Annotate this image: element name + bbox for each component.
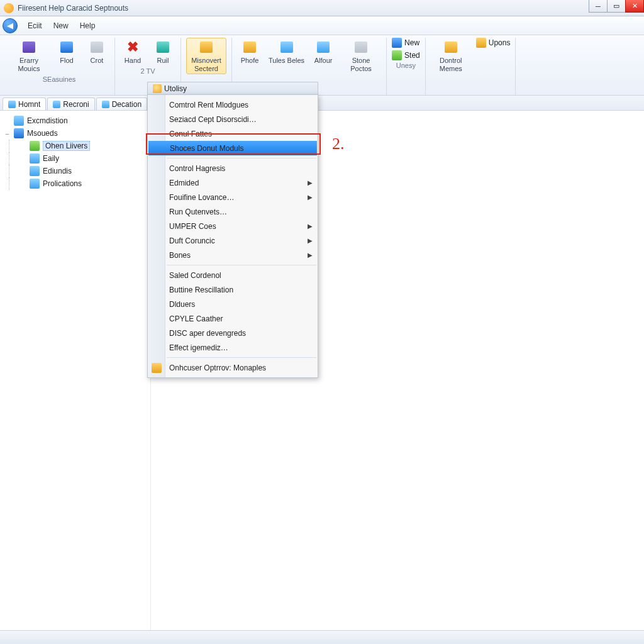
app-icon — [4, 3, 14, 13]
menu-item[interactable]: Dlduers — [148, 297, 318, 311]
menu-item-label: Run Qutenvets… — [169, 208, 227, 216]
tab-recroni[interactable]: Recroni — [47, 97, 94, 110]
menu-item[interactable]: Conul Fattes — [148, 126, 318, 141]
tab-decation[interactable]: Decation — [96, 97, 147, 110]
tree-ohen-livers[interactable]: Ohen Liivers — [9, 140, 148, 152]
tree-msoueds[interactable]: –Msoueds — [3, 127, 148, 140]
menu-item[interactable]: Edmided▶ — [148, 175, 318, 190]
ribbon-group-label: SEasuines — [9, 75, 109, 84]
upons-link[interactable]: Upons — [476, 38, 511, 48]
menu-item[interactable]: Onhcuser Optrrov: Monaples — [148, 360, 318, 375]
crot-button[interactable]: Crot — [84, 38, 109, 66]
menu-item-label: Dlduers — [169, 300, 195, 309]
alfour-button[interactable]: Alfour — [311, 38, 336, 66]
tab-decation-icon — [102, 101, 109, 108]
erarry-mouics-button-icon — [20, 39, 38, 55]
menu-edit[interactable]: Eciit — [26, 19, 43, 32]
menu-item[interactable]: Comtrol Rent Mlodgues — [148, 97, 318, 112]
flod-button[interactable]: Flod — [54, 38, 79, 66]
menu-item[interactable]: CPYLE Caather — [148, 311, 318, 326]
dropdown-header: Utolisy — [147, 82, 318, 94]
close-button[interactable]: ✕ — [625, 0, 644, 13]
tree-ohen-livers-icon — [30, 141, 40, 151]
tree-ediundis[interactable]: Ediundis — [9, 165, 148, 177]
flod-button-icon — [58, 39, 75, 55]
misnovert-secterd-button-icon — [197, 39, 215, 55]
ribbon-group: Erarry MouicsFlodCrotSEasuines — [4, 38, 115, 95]
menu-item-label: Saled Cordenol — [169, 271, 221, 280]
hand-button-label: Hand — [125, 57, 141, 65]
work-area: Excmdistion–MsouedsOhen LiiversEailyEdiu… — [0, 111, 644, 630]
navigation-tree: Excmdistion–MsouedsOhen LiiversEailyEdiu… — [0, 111, 151, 630]
tree-msoueds-icon — [14, 128, 24, 138]
menu-item[interactable]: Saled Cordenol — [148, 268, 318, 282]
ribbon-group-label — [237, 75, 381, 77]
window-controls: ─ ▭ ✕ — [589, 0, 644, 13]
menu-item[interactable]: Control Hagresis — [148, 161, 318, 175]
new-link-icon — [392, 38, 402, 48]
hand-button[interactable]: ✖Hand — [120, 38, 145, 66]
menu-item[interactable]: Fouifine Lovance…▶ — [148, 190, 318, 204]
tree-expander-icon[interactable]: – — [4, 130, 11, 137]
menu-item-label: Effect igemediz… — [169, 343, 228, 352]
status-bar — [0, 630, 644, 644]
menu-item-label: Edmided — [169, 179, 199, 187]
crot-button-icon — [88, 39, 106, 55]
minimize-button[interactable]: ─ — [589, 0, 608, 13]
phofe-button[interactable]: Phofe — [237, 38, 262, 66]
ribbon-group-label — [186, 75, 226, 77]
tree-excmdistion[interactable]: Excmdistion — [3, 114, 148, 127]
misnovert-secterd-button[interactable]: Misnovert Secterd — [186, 38, 226, 74]
sted-link[interactable]: Sted — [392, 50, 420, 60]
sted-link-label: Sted — [404, 51, 420, 60]
tules-beles-button[interactable]: Tules Beles — [267, 38, 306, 66]
hand-button-icon: ✖ — [124, 39, 142, 55]
ribbon-group-label — [431, 75, 511, 77]
submenu-arrow-icon: ▶ — [308, 252, 313, 258]
tree-eaily[interactable]: Eaily — [9, 152, 148, 165]
ruil-button[interactable]: Ruil — [150, 38, 175, 66]
menubar: ◀ Eciit New Help — [0, 16, 644, 35]
stone-poctos-button[interactable]: Stone Poctos — [341, 38, 381, 74]
menu-item-icon — [152, 363, 162, 373]
tab-homnt[interactable]: Homnt — [3, 97, 46, 110]
annotation-number: 2. — [332, 135, 345, 153]
phofe-button-icon — [241, 39, 258, 55]
menu-item[interactable]: Run Qutenvets… — [148, 204, 318, 219]
tules-beles-button-icon — [278, 39, 296, 55]
dontrol-memes-button[interactable]: Dontrol Memes — [431, 38, 471, 74]
menu-separator — [167, 265, 316, 265]
ribbon-group-label: Unesy — [392, 62, 420, 70]
menu-item-label: Buttine Rescillation — [169, 286, 233, 294]
crot-button-label: Crot — [91, 57, 104, 65]
menu-item[interactable]: UMPER Coes▶ — [148, 219, 318, 233]
back-button[interactable]: ◀ — [3, 18, 18, 33]
tree-excmdistion-icon — [14, 116, 24, 126]
menu-separator — [167, 158, 316, 158]
tree-ediundis-icon — [30, 166, 40, 176]
ribbon-group: Dontrol MemesUpons — [426, 38, 516, 95]
submenu-arrow-icon: ▶ — [308, 179, 313, 186]
menu-item-label: Control Hagresis — [169, 164, 225, 173]
menu-new[interactable]: New — [52, 19, 70, 32]
menu-item[interactable]: Bones▶ — [148, 248, 318, 262]
menu-item[interactable]: Buttine Rescillation — [148, 282, 318, 297]
submenu-arrow-icon: ▶ — [308, 194, 313, 201]
menu-item-label: Conul Fattes — [169, 130, 212, 138]
new-link-label: New — [404, 38, 419, 47]
menu-item[interactable]: Shoces Donut Moduls — [148, 141, 317, 155]
menu-help[interactable]: Help — [79, 19, 97, 32]
maximize-button[interactable]: ▭ — [607, 0, 626, 13]
menu-item[interactable]: Seziacd Cept Disorscidi… — [148, 112, 318, 126]
sted-link-icon — [392, 50, 402, 60]
menu-item[interactable]: Effect igemediz… — [148, 340, 318, 355]
menu-item[interactable]: DISC aper devengreds — [148, 326, 318, 340]
misnovert-secterd-button-label: Misnovert Secterd — [187, 57, 225, 73]
titlebar: Fiiresent Help Caracid Septnouts ─ ▭ ✕ — [0, 0, 644, 16]
menu-item[interactable]: Duft Coruncic▶ — [148, 233, 318, 248]
tree-prolications[interactable]: Prolications — [9, 177, 148, 190]
new-link[interactable]: New — [392, 38, 420, 48]
erarry-mouics-button[interactable]: Erarry Mouics — [9, 38, 49, 74]
dropdown-header-label: Utolisy — [164, 84, 187, 93]
ribbon: Erarry MouicsFlodCrotSEasuines✖HandRuil2… — [0, 35, 644, 96]
